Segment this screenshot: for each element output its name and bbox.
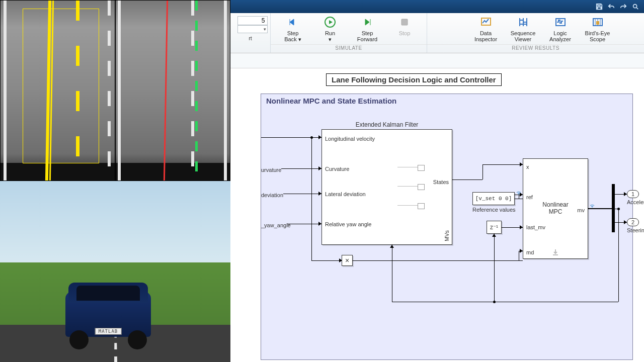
ekf-port-longitudinal-velocity: Longitudinal velocity — [325, 136, 375, 142]
ekf-port-relative-yaw: Relative yaw angle — [325, 221, 371, 227]
simulate-group-label: SIMULATE — [271, 44, 427, 51]
redo-icon[interactable] — [619, 2, 628, 11]
model-canvas[interactable]: Lane Following Decision Logic and Contro… — [230, 68, 644, 362]
reference-values-label: Reference values — [472, 207, 515, 213]
svg-rect-6 — [596, 21, 599, 25]
ekf-port-curvature: Curvature — [325, 166, 349, 172]
quick-access-toolbar — [230, 0, 644, 13]
step-back-button[interactable]: Step Back ▾ — [279, 15, 307, 42]
data-inspector-button[interactable]: Data Inspector — [472, 15, 500, 42]
demux-block[interactable] — [612, 184, 615, 232]
review-results-group-label: REVIEW RESULTS — [427, 44, 644, 51]
run-button[interactable]: Run ▾ — [316, 15, 344, 42]
simulation-mode-dropdown[interactable] — [237, 25, 268, 33]
product-block[interactable]: × — [342, 255, 353, 266]
mpc-port-x: x — [526, 164, 529, 170]
chase-camera-view: MATLAB — [0, 181, 230, 362]
mpc-port-last-mv: last_mv — [526, 224, 545, 230]
license-plate: MATLAB — [95, 328, 122, 335]
camera-view-left — [0, 0, 115, 181]
inport-deviation-fragment: deviation — [261, 192, 283, 198]
nonlinear-mpc-block[interactable]: x ref last_mv md mv Nonlinear MPC — [523, 158, 588, 259]
inport-yaw-fragment: _yaw_angle — [261, 222, 291, 228]
ego-vehicle: MATLAB — [60, 282, 156, 352]
subsystem-nonlinear-mpc[interactable]: Nonlinear MPC and State Estimation Exten… — [261, 94, 633, 360]
svg-point-8 — [592, 207, 593, 208]
download-icon — [551, 248, 559, 256]
search-icon[interactable] — [631, 2, 640, 11]
stop-button: Stop — [390, 15, 419, 42]
mpc-title: Nonlinear MPC — [523, 201, 588, 215]
undo-icon[interactable] — [607, 2, 616, 11]
svg-rect-2 — [401, 19, 408, 25]
mpc-port-ref: ref — [526, 194, 533, 200]
subsystem-title: Nonlinear MPC and State Estimation — [266, 97, 396, 105]
svg-point-0 — [633, 5, 637, 8]
reference-values-block[interactable]: [v_set 0 0] — [472, 192, 515, 205]
toolstrip: rt Step Back ▾ Run ▾ Step Forward — [230, 13, 644, 53]
ekf-block[interactable]: Extended Kalman Filter Longitudinal velo… — [321, 129, 452, 245]
logic-analyzer-button[interactable]: Logic Analyzer — [546, 15, 575, 42]
stop-time-input[interactable] — [237, 16, 268, 25]
model-title: Lane Following Decision Logic and Contro… — [326, 73, 502, 86]
unit-delay-block[interactable]: z⁻¹ — [487, 221, 502, 234]
ekf-title: Extended Kalman Filter — [322, 121, 452, 128]
step-forward-button[interactable]: Step Forward — [353, 15, 381, 42]
mpc-port-md: md — [526, 249, 534, 255]
sequence-viewer-button[interactable]: Sequence Viewer — [509, 15, 537, 42]
ekf-port-mvs: MVs — [444, 230, 450, 241]
outport-1[interactable]: 1 — [627, 190, 639, 198]
save-icon[interactable] — [595, 2, 604, 11]
birdseye-scope-button[interactable]: Bird's-Eye Scope — [584, 15, 612, 42]
camera-view-right — [115, 0, 230, 181]
explorer-bar[interactable] — [230, 53, 644, 68]
restart-button-fragment[interactable]: rt — [243, 33, 258, 41]
inport-curvature-fragment: urvature — [261, 167, 281, 173]
outport-2-label: Steering Ang — [627, 227, 644, 233]
outport-1-label: Acceleration — [627, 199, 644, 205]
outport-2[interactable]: 2 — [627, 218, 639, 226]
ekf-port-lateral-deviation: Lateral deviation — [325, 191, 366, 197]
wireless-icon — [589, 202, 595, 208]
